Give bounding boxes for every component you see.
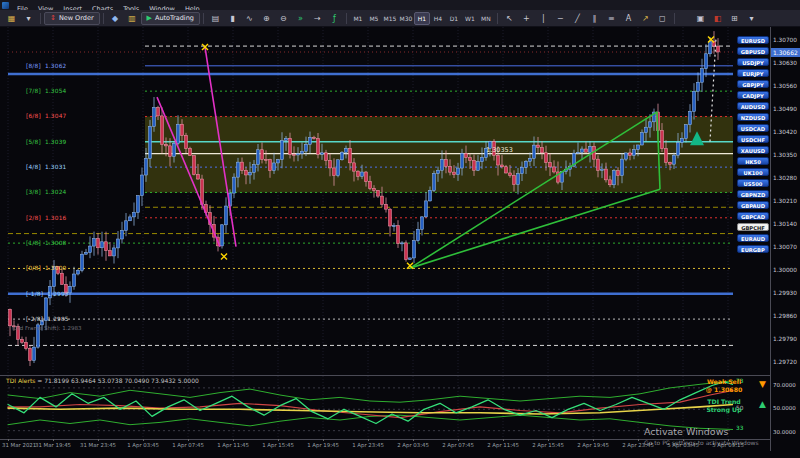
symbol-button-eurgbp[interactable]: EURGBP bbox=[737, 245, 769, 253]
time-axis[interactable]: 31 Mar 202131 Mar 19:4531 Mar 23:451 Apr… bbox=[0, 439, 770, 451]
horizontal-line-icon[interactable]: ─ bbox=[553, 11, 568, 26]
time-axis-label: 1 Apr 19:45 bbox=[307, 442, 339, 448]
time-axis-tick bbox=[8, 439, 9, 441]
terminal-icon[interactable]: ▥ bbox=[125, 11, 140, 26]
cursor-icon[interactable]: ↖ bbox=[502, 11, 517, 26]
vertical-line-icon[interactable]: | bbox=[536, 11, 551, 26]
time-axis-tick bbox=[143, 439, 144, 441]
text-label-icon[interactable]: A bbox=[621, 11, 636, 26]
candlestick-chart-icon[interactable]: ▮ bbox=[225, 11, 240, 26]
auto-scroll-icon[interactable]: » bbox=[293, 11, 308, 26]
timeframe-m15[interactable]: M15 bbox=[382, 12, 398, 25]
autotrading-label: AutoTrading bbox=[155, 14, 194, 22]
current-price-tag: 1.30662 bbox=[771, 48, 800, 57]
metaeditor-icon[interactable]: ◆ bbox=[108, 11, 123, 26]
symbol-button-gbpaud[interactable]: GBPAUD bbox=[737, 201, 769, 209]
sell-signal-text: Weak Sell bbox=[694, 378, 754, 386]
murrey-level-label: [8/8] 1.3062 bbox=[26, 63, 66, 69]
trend-signal-text: Strong Up bbox=[694, 406, 754, 414]
price-axis-label: 1.30070 bbox=[771, 244, 800, 250]
horizontal-lines-layer bbox=[8, 46, 733, 345]
price-axis-label: 1.30700 bbox=[771, 37, 800, 43]
zoom-in-icon[interactable]: ⊕ bbox=[259, 11, 274, 26]
line-chart-icon[interactable]: ∿ bbox=[242, 11, 257, 26]
symbol-button-eurjpy[interactable]: EURJPY bbox=[737, 69, 769, 77]
time-axis-label: 31 Mar 23:45 bbox=[80, 442, 116, 448]
timeframe-d1[interactable]: D1 bbox=[446, 12, 462, 25]
symbol-button-audusd[interactable]: AUDUSD bbox=[737, 102, 769, 110]
symbol-button-usdchf[interactable]: USDCHF bbox=[737, 135, 769, 143]
shapes-icon[interactable]: ◻ bbox=[655, 11, 670, 26]
murrey-level-label: [5/8] 1.3039 bbox=[26, 139, 66, 145]
tdi-upper-band-line bbox=[8, 381, 733, 402]
indicators-icon[interactable]: ƒ bbox=[327, 11, 342, 26]
timeframe-m5[interactable]: M5 bbox=[366, 12, 382, 25]
price-axis-label: 1.30350 bbox=[771, 152, 800, 158]
objects-list-icon[interactable]: ▣ bbox=[693, 11, 708, 26]
crosshair-icon[interactable]: + bbox=[519, 11, 534, 26]
dropdown-icon[interactable]: ▾ bbox=[744, 11, 759, 26]
arrow-object-icon[interactable]: ↗ bbox=[638, 11, 653, 26]
symbol-button-xauusd[interactable]: XAUUSD bbox=[737, 146, 769, 154]
symbol-button-hk50[interactable]: HK50 bbox=[737, 157, 769, 165]
time-axis-tick bbox=[278, 439, 279, 441]
chart-area[interactable]: 1.30353 [8/8] 1.3062[7/8] 1.3054[6/8] 1.… bbox=[0, 27, 733, 373]
price-axis-label: 1.30490 bbox=[771, 106, 800, 112]
time-axis-label: 2 Apr 03:45 bbox=[397, 442, 429, 448]
symbol-button-gbpcad[interactable]: GBPCAD bbox=[737, 212, 769, 220]
price-chart-svg[interactable]: 1.30353 bbox=[0, 27, 733, 373]
tdi-indicator-values: = 71.8199 63.9464 53.0738 70.0490 73.943… bbox=[37, 377, 199, 384]
time-axis-label: 1 Apr 03:45 bbox=[127, 442, 159, 448]
time-axis-label: 1 Apr 11:45 bbox=[217, 442, 249, 448]
symbol-button-usdjpy[interactable]: USDJPY bbox=[737, 58, 769, 66]
bar-chart-icon[interactable]: ▤ bbox=[208, 11, 223, 26]
symbol-button-gbpchf[interactable]: GBPCHF bbox=[737, 223, 769, 231]
time-axis-label: 5 Apr 03:45 bbox=[667, 442, 699, 448]
weak-sell-signal: Weak Sell @ 1.30680 ▼ bbox=[694, 378, 766, 394]
timeframe-h1[interactable]: H1 bbox=[414, 12, 430, 25]
timeframe-m1[interactable]: M1 bbox=[350, 12, 366, 25]
symbol-button-eurusd[interactable]: EURUSD bbox=[737, 36, 769, 44]
zoom-out-icon[interactable]: ⊖ bbox=[276, 11, 291, 26]
symbol-button-usdcad[interactable]: USDCAD bbox=[737, 124, 769, 132]
new-order-button[interactable]: ↕ New Order bbox=[44, 12, 100, 25]
timeframe-w1[interactable]: W1 bbox=[462, 12, 478, 25]
symbol-button-euraud[interactable]: EURAUD bbox=[737, 234, 769, 242]
murrey-level-label: [4/8] 1.3031 bbox=[26, 164, 66, 170]
murrey-level-label: [0/8] 1.3000 bbox=[26, 265, 66, 271]
new-chart-icon[interactable]: ▦ bbox=[4, 11, 19, 26]
symbol-button-cadjpy[interactable]: CADJPY bbox=[737, 91, 769, 99]
symbol-button-gbpnzd[interactable]: GBPNZD bbox=[737, 190, 769, 198]
time-axis-label: 2 Apr 07:45 bbox=[442, 442, 474, 448]
symbol-button-gbpusd[interactable]: GBPUSD bbox=[737, 47, 769, 55]
timeframe-m30[interactable]: M30 bbox=[398, 12, 414, 25]
symbol-button-nzdusd[interactable]: NZDUSD bbox=[737, 113, 769, 121]
time-axis-label: 1 Apr 07:45 bbox=[172, 442, 204, 448]
autotrading-button[interactable]: ▶ AutoTrading bbox=[141, 12, 200, 25]
trendline-icon[interactable]: ╱ bbox=[570, 11, 585, 26]
pivot-price-label: 1.30353 bbox=[486, 146, 513, 154]
price-axis-separator bbox=[770, 27, 771, 451]
timeframe-h4[interactable]: H4 bbox=[430, 12, 446, 25]
timeframe-mn[interactable]: MN bbox=[478, 12, 494, 25]
tdi-panel[interactable]: TDI Alerts = 71.8199 63.9464 53.0738 70.… bbox=[0, 375, 770, 440]
price-axis-label: 1.30560 bbox=[771, 83, 800, 89]
symbol-button-gbpjpy[interactable]: GBPJPY bbox=[737, 80, 769, 88]
symbol-button-us500[interactable]: US500 bbox=[737, 179, 769, 187]
time-axis-tick bbox=[728, 439, 729, 441]
chart-profiles-icon[interactable]: ▾ bbox=[21, 11, 36, 26]
drawing-toolbar-group: ↖+|─╱∥≡A↗◻ bbox=[501, 11, 671, 26]
channel-icon[interactable]: ∥ bbox=[587, 11, 602, 26]
fibonacci-icon[interactable]: ≡ bbox=[604, 11, 619, 26]
price-axis-label: 1.30140 bbox=[771, 221, 800, 227]
symbol-button-uk100[interactable]: UK100 bbox=[737, 168, 769, 176]
colors-icon[interactable]: ◧ bbox=[710, 11, 725, 26]
tdi-indicator-svg bbox=[0, 376, 733, 439]
murrey-level-label: [3/8] 1.3024 bbox=[26, 189, 66, 195]
chart-shift-icon[interactable]: → bbox=[310, 11, 325, 26]
time-axis-label: 1 Apr 15:45 bbox=[262, 442, 294, 448]
murrey-level-label: [1/8] 1.3008 bbox=[26, 240, 66, 246]
grid-icon[interactable]: ⊞ bbox=[727, 11, 742, 26]
trend-signal-title: TDI Trend bbox=[694, 398, 754, 406]
chart-toolbar-group: ▤▮∿⊕⊖»→ƒ bbox=[207, 11, 343, 26]
